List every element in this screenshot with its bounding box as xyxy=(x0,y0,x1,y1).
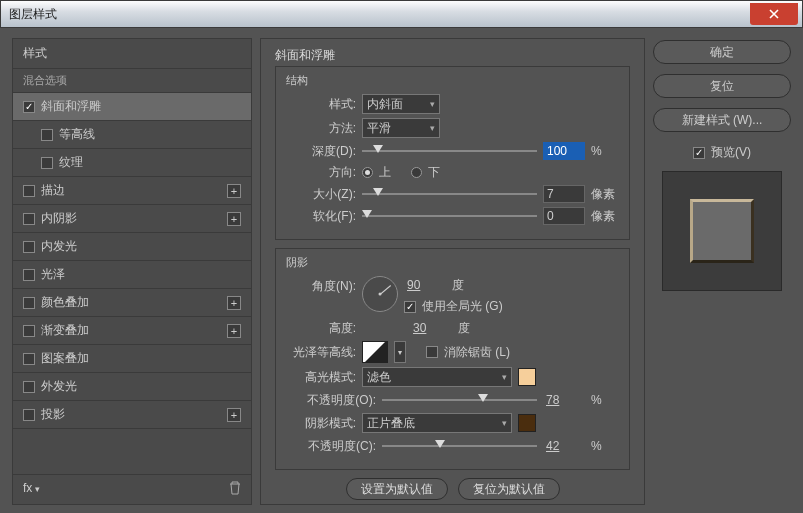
add-effect-button[interactable]: + xyxy=(227,212,241,226)
size-input[interactable]: 7 xyxy=(543,185,585,203)
style-item-1[interactable]: 等高线 xyxy=(13,121,251,149)
close-icon xyxy=(768,8,780,20)
direction-down-radio[interactable] xyxy=(411,167,422,178)
antialias-label: 消除锯齿 (L) xyxy=(444,344,510,361)
style-item-11[interactable]: 投影+ xyxy=(13,401,251,429)
section-title: 斜面和浮雕 xyxy=(275,47,630,64)
style-item-label: 内阴影 xyxy=(41,210,77,227)
style-item-label: 内发光 xyxy=(41,238,77,255)
size-slider[interactable] xyxy=(362,187,537,201)
trash-icon[interactable] xyxy=(229,481,241,498)
altitude-input[interactable]: 30 xyxy=(410,319,452,337)
direction-down-label: 下 xyxy=(428,164,440,181)
method-select[interactable]: 平滑▾ xyxy=(362,118,440,138)
close-button[interactable] xyxy=(750,3,798,25)
shading-title: 阴影 xyxy=(286,255,619,270)
gloss-contour-swatch[interactable] xyxy=(362,341,388,363)
blend-options[interactable]: 混合选项 xyxy=(13,69,251,93)
chevron-down-icon: ▾ xyxy=(430,99,435,109)
title-bar: 图层样式 xyxy=(0,0,803,28)
reset-default-button[interactable]: 复位为默认值 xyxy=(458,478,560,500)
style-checkbox[interactable] xyxy=(23,241,35,253)
style-item-label: 颜色叠加 xyxy=(41,294,89,311)
depth-input[interactable]: 100 xyxy=(543,142,585,160)
depth-slider[interactable] xyxy=(362,144,537,158)
style-checkbox[interactable] xyxy=(23,213,35,225)
fx-menu[interactable]: fx ▾ xyxy=(23,481,40,498)
style-item-10[interactable]: 外发光 xyxy=(13,373,251,401)
gloss-contour-picker[interactable]: ▾ xyxy=(394,341,406,363)
style-checkbox[interactable] xyxy=(41,129,53,141)
soften-unit: 像素 xyxy=(591,208,619,225)
highlight-color-swatch[interactable] xyxy=(518,368,536,386)
set-default-button[interactable]: 设置为默认值 xyxy=(346,478,448,500)
add-effect-button[interactable]: + xyxy=(227,408,241,422)
style-checkbox[interactable] xyxy=(23,101,35,113)
actions-panel: 确定 复位 新建样式 (W)... 预览(V) xyxy=(653,38,791,505)
chevron-down-icon: ▾ xyxy=(430,123,435,133)
highlight-opacity-input[interactable]: 78 xyxy=(543,391,585,409)
style-checkbox[interactable] xyxy=(23,269,35,281)
style-checkbox[interactable] xyxy=(23,381,35,393)
style-item-4[interactable]: 内阴影+ xyxy=(13,205,251,233)
soften-slider[interactable] xyxy=(362,209,537,223)
styles-panel: 样式 混合选项 斜面和浮雕等高线纹理描边+内阴影+内发光光泽颜色叠加+渐变叠加+… xyxy=(12,38,252,505)
shadow-color-swatch[interactable] xyxy=(518,414,536,432)
shadow-mode-select[interactable]: 正片叠底▾ xyxy=(362,413,512,433)
preview-checkbox[interactable] xyxy=(693,147,705,159)
altitude-label: 高度: xyxy=(286,320,356,337)
antialias-checkbox[interactable] xyxy=(426,346,438,358)
style-checkbox[interactable] xyxy=(23,325,35,337)
add-effect-button[interactable]: + xyxy=(227,296,241,310)
style-item-0[interactable]: 斜面和浮雕 xyxy=(13,93,251,121)
style-checkbox[interactable] xyxy=(23,185,35,197)
style-checkbox[interactable] xyxy=(23,297,35,309)
style-item-label: 纹理 xyxy=(59,154,83,171)
style-item-7[interactable]: 颜色叠加+ xyxy=(13,289,251,317)
settings-panel: 斜面和浮雕 结构 样式: 内斜面▾ 方法: 平滑▾ 深度(D): 100 % 方… xyxy=(260,38,645,505)
style-checkbox[interactable] xyxy=(41,157,53,169)
size-unit: 像素 xyxy=(591,186,619,203)
angle-input[interactable]: 90 xyxy=(404,276,446,294)
shadow-opacity-input[interactable]: 42 xyxy=(543,437,585,455)
add-effect-button[interactable]: + xyxy=(227,184,241,198)
style-select[interactable]: 内斜面▾ xyxy=(362,94,440,114)
style-item-6[interactable]: 光泽 xyxy=(13,261,251,289)
style-item-2[interactable]: 纹理 xyxy=(13,149,251,177)
chevron-down-icon: ▾ xyxy=(502,418,507,428)
add-effect-button[interactable]: + xyxy=(227,324,241,338)
preview-box xyxy=(662,171,782,291)
shadow-opacity-slider[interactable] xyxy=(382,439,537,453)
direction-up-radio[interactable] xyxy=(362,167,373,178)
styles-header: 样式 xyxy=(13,39,251,69)
styles-footer: fx ▾ xyxy=(13,474,251,504)
highlight-opacity-slider[interactable] xyxy=(382,393,537,407)
style-item-label: 投影 xyxy=(41,406,65,423)
depth-unit: % xyxy=(591,144,619,158)
direction-label: 方向: xyxy=(286,164,356,181)
style-checkbox[interactable] xyxy=(23,353,35,365)
new-style-button[interactable]: 新建样式 (W)... xyxy=(653,108,791,132)
style-item-8[interactable]: 渐变叠加+ xyxy=(13,317,251,345)
style-checkbox[interactable] xyxy=(23,409,35,421)
global-light-checkbox[interactable] xyxy=(404,301,416,313)
preview-swatch xyxy=(690,199,754,263)
style-item-label: 图案叠加 xyxy=(41,350,89,367)
soften-input[interactable]: 0 xyxy=(543,207,585,225)
structure-group: 结构 样式: 内斜面▾ 方法: 平滑▾ 深度(D): 100 % 方向: 上 xyxy=(275,66,630,240)
shadow-opacity-unit: % xyxy=(591,439,619,453)
size-label: 大小(Z): xyxy=(286,186,356,203)
style-item-5[interactable]: 内发光 xyxy=(13,233,251,261)
highlight-mode-select[interactable]: 滤色▾ xyxy=(362,367,512,387)
depth-label: 深度(D): xyxy=(286,143,356,160)
highlight-opacity-label: 不透明度(O): xyxy=(286,392,376,409)
style-item-3[interactable]: 描边+ xyxy=(13,177,251,205)
style-item-9[interactable]: 图案叠加 xyxy=(13,345,251,373)
angle-dial[interactable] xyxy=(362,276,398,312)
ok-button[interactable]: 确定 xyxy=(653,40,791,64)
altitude-unit: 度 xyxy=(458,320,470,337)
window-title: 图层样式 xyxy=(1,6,57,23)
style-item-label: 渐变叠加 xyxy=(41,322,89,339)
shadow-opacity-label: 不透明度(C): xyxy=(286,438,376,455)
cancel-button[interactable]: 复位 xyxy=(653,74,791,98)
